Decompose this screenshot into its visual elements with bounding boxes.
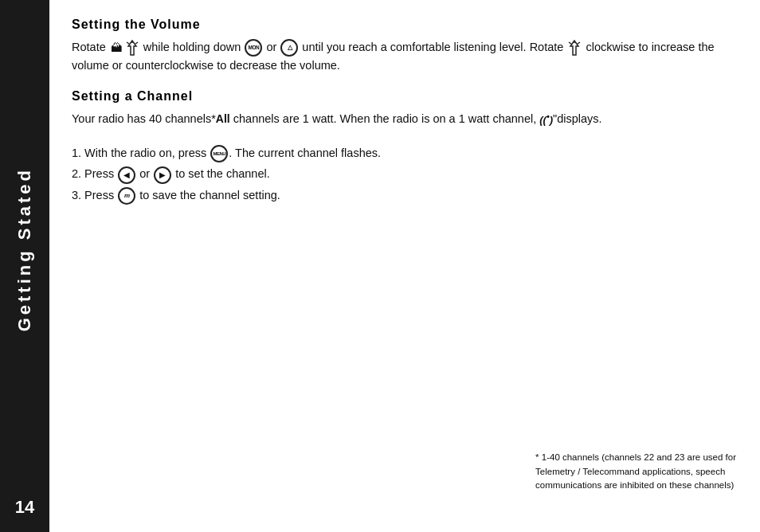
or-text-1: or (266, 41, 280, 53)
antenna-icon-svg-1 (125, 40, 139, 56)
left-arrow-button: ◀ (118, 166, 135, 184)
sidebar-page-number: 14 (15, 483, 34, 532)
steps-list: 1. With the radio on, press MENU. The cu… (72, 143, 736, 205)
right-arrow-button: ▶ (154, 166, 171, 184)
svg-line-5 (569, 42, 571, 44)
sidebar: Getting Stated 14 (0, 0, 49, 532)
menu-button: MENU (210, 145, 228, 162)
save-button: m (118, 187, 135, 205)
channel-intro: Your radio has 40 channels*All channels … (72, 110, 736, 129)
volume-paragraph: Rotate 🏔︎ while holding down MON or △ un… (72, 38, 736, 75)
svg-line-6 (578, 42, 580, 44)
main-content: Setting the Volume Rotate 🏔︎ while holdi… (49, 0, 760, 532)
footnote-text: * 1-40 channels (channels 22 and 23 are … (535, 452, 736, 490)
footnote: * 1-40 channels (channels 22 and 23 are … (535, 451, 736, 492)
channel-section-title: Setting a Channel (72, 89, 736, 104)
svg-line-2 (135, 42, 138, 44)
mon-button-1: MON (245, 39, 262, 57)
step-3: 3. Press m to save the channel setting. (72, 186, 736, 205)
vol-button-1: △ (280, 39, 298, 57)
svg-line-1 (127, 42, 129, 44)
step-1: 1. With the radio on, press MENU. The cu… (72, 143, 736, 163)
sidebar-section-label: Getting Stated (14, 151, 35, 331)
watt-icon: ((•) (539, 110, 553, 128)
antenna-icon-svg-2 (567, 40, 582, 56)
volume-section-title: Setting the Volume (72, 18, 736, 32)
step-2: 2. Press ◀ or ▶ to set the channel. (72, 164, 736, 184)
antenna-icon-1: 🏔︎ (111, 39, 123, 57)
